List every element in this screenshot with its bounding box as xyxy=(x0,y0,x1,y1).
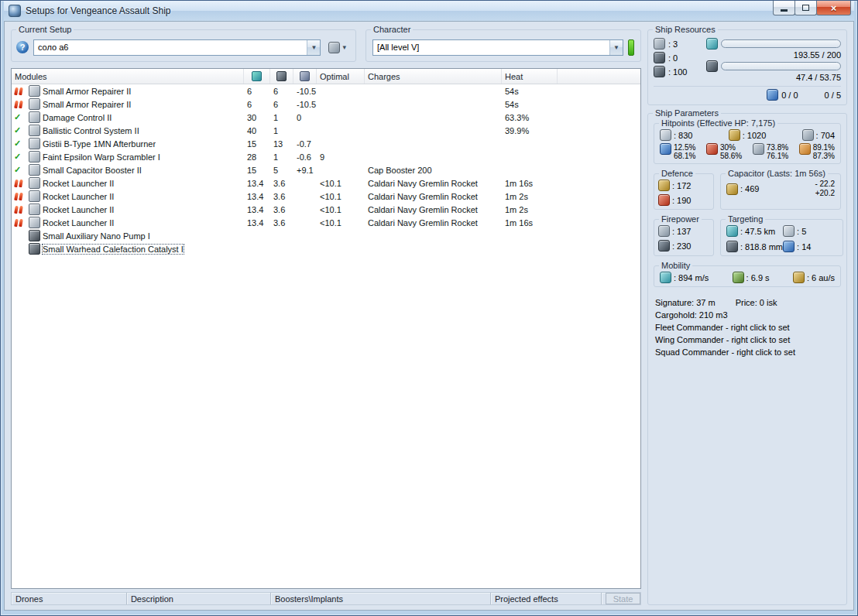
table-row[interactable]: Small Warhead Calefaction Catalyst I xyxy=(12,242,640,255)
app-icon xyxy=(9,5,21,17)
module-optimal xyxy=(317,98,365,111)
ship-resources-label: Ship Resources xyxy=(653,25,718,34)
module-cpu: 13.4 xyxy=(244,216,270,229)
sensor-strength-value: : 14 xyxy=(797,242,811,252)
explosive-shield-resist: 89.1% xyxy=(813,143,835,152)
module-heat: 1m 2s xyxy=(502,190,558,203)
module-optimal xyxy=(317,137,365,150)
module-cap-use xyxy=(293,203,317,216)
hitpoints-box: Hitpoints (Effective HP: 7,175) : 830 : … xyxy=(654,123,841,164)
close-button[interactable]: × xyxy=(816,1,851,15)
table-row[interactable]: Gistii B-Type 1MN Afterburner 15 13 -0.7 xyxy=(12,137,640,150)
explosive-resist-icon xyxy=(799,143,811,155)
module-cpu: 15 xyxy=(244,163,270,176)
table-row[interactable]: Rocket Launcher II 13.4 3.6 <10.1 Caldar… xyxy=(12,176,640,190)
cpu-column-icon xyxy=(252,71,262,81)
module-charge: Caldari Navy Gremlin Rocket xyxy=(365,190,502,203)
module-powergrid: 1 xyxy=(270,150,293,163)
setup-select[interactable]: соло а6 ▼ xyxy=(33,39,321,56)
missile-icon xyxy=(658,225,670,237)
module-heat: 1m 16s xyxy=(502,216,558,229)
module-powergrid: 3.6 xyxy=(270,190,293,203)
defence-box: Defence : 172 : 190 xyxy=(654,173,714,210)
launcher-hardpoints: : 0 xyxy=(654,52,700,63)
table-row[interactable]: Rocket Launcher II 13.4 3.6 <10.1 Caldar… xyxy=(12,190,640,203)
chevron-down-icon[interactable]: ▼ xyxy=(609,40,623,55)
table-row[interactable]: Small Armor Repairer II 6 6 -10.5 54s xyxy=(12,98,640,111)
help-icon[interactable]: ? xyxy=(16,41,29,53)
module-name: Small Auxiliary Nano Pump I xyxy=(43,231,150,241)
kinetic-resist-icon xyxy=(753,143,764,155)
shield-hp-value: : 830 xyxy=(674,131,692,140)
module-name: Small Warhead Calefaction Catalyst I xyxy=(43,245,184,254)
overload-icon xyxy=(14,192,23,201)
table-row[interactable]: Small Auxiliary Nano Pump I xyxy=(12,229,640,242)
restore-button[interactable] xyxy=(795,1,817,15)
price: Price: 0 isk xyxy=(736,296,777,309)
active-check-icon xyxy=(14,139,23,149)
module-cap-use: 0 xyxy=(293,111,317,124)
titlebar[interactable]: Setups for Vengeance Assault Ship × xyxy=(4,1,854,21)
tab-description[interactable]: Description xyxy=(127,593,271,604)
launcher-hardpoint-icon xyxy=(654,52,665,63)
max-targets-icon xyxy=(783,225,795,237)
module-icon xyxy=(29,204,40,215)
module-state-icon xyxy=(14,245,23,254)
tab-boosters-implants[interactable]: Boosters\Implants xyxy=(271,593,491,604)
module-charge xyxy=(365,242,502,255)
defence-reinforced: : 172 xyxy=(658,180,709,191)
module-charge: Caldari Navy Gremlin Rocket xyxy=(365,176,502,190)
table-row[interactable]: Rocket Launcher II 13.4 3.6 <10.1 Caldar… xyxy=(12,216,640,229)
module-name: Small Armor Repairer II xyxy=(43,87,131,96)
scan-resolution: : 818.8 mm xyxy=(726,241,783,252)
close-icon: × xyxy=(831,3,837,13)
capacitor-column-icon xyxy=(300,71,310,81)
character-status-bar xyxy=(628,39,634,56)
overload-icon xyxy=(14,87,23,96)
column-powergrid xyxy=(270,69,293,84)
em-shield-resist: 12.5% xyxy=(674,143,695,152)
table-row[interactable]: Faint Epsilon Warp Scrambler I 28 1 -0.6… xyxy=(12,150,640,163)
chevron-down-icon: ▾ xyxy=(342,43,346,51)
cpu-bar xyxy=(721,39,841,48)
explosive-armor-resist: 87.3% xyxy=(813,152,835,160)
module-cap-use xyxy=(293,190,317,203)
module-heat xyxy=(502,163,558,176)
module-optimal: <10.1 xyxy=(317,216,365,229)
ship-resources-panel: Ship Resources : 3 : 0 xyxy=(647,29,847,105)
module-charge xyxy=(365,111,502,124)
wing-commander[interactable]: Wing Commander - right click to set xyxy=(655,334,839,346)
fleet-commander[interactable]: Fleet Commander - right click to set xyxy=(655,321,839,334)
sensor-strength: : 14 xyxy=(783,241,837,252)
tab-drones[interactable]: Drones xyxy=(12,593,127,604)
thermal-armor-resist: 58.6% xyxy=(720,152,742,160)
max-velocity-value: : 894 m/s xyxy=(674,273,709,282)
module-icon xyxy=(29,125,40,136)
table-row[interactable]: Small Armor Repairer II 6 6 -10.5 54s xyxy=(12,84,640,98)
module-cpu xyxy=(244,242,270,255)
tab-projected-effects[interactable]: Projected effects xyxy=(491,593,602,604)
targeting-label: Targeting xyxy=(726,214,765,224)
capacitor-drain-value: - 22.2 xyxy=(815,180,835,189)
setup-tools-button[interactable]: ▾ xyxy=(325,40,349,55)
scan-resolution-value: : 818.8 mm xyxy=(740,242,783,252)
active-check-icon xyxy=(14,113,23,122)
table-row[interactable]: Small Capacitor Booster II 15 5 +9.1 Cap… xyxy=(12,163,640,176)
table-row[interactable]: Damage Control II 30 1 0 63.3% xyxy=(12,111,640,124)
module-cpu: 13.4 xyxy=(244,176,270,190)
em-resist-icon xyxy=(660,143,671,155)
em-resists: 12.5% 68.1% xyxy=(660,143,695,160)
module-cap-use: -0.6 xyxy=(293,150,317,163)
squad-commander[interactable]: Squad Commander - right click to set xyxy=(655,346,839,358)
module-heat: 39.9% xyxy=(502,124,558,137)
sensor-strength-icon xyxy=(783,241,795,252)
modules-table-header: Modules Optimal Charges Heat xyxy=(12,69,640,84)
chevron-down-icon[interactable]: ▼ xyxy=(307,40,320,55)
table-row[interactable]: Ballistic Control System II 40 1 39.9% xyxy=(12,124,640,137)
powergrid-usage-text: 47.4 / 53.75 xyxy=(706,72,841,83)
calibration: : 100 xyxy=(654,66,700,77)
table-row[interactable]: Rocket Launcher II 13.4 3.6 <10.1 Caldar… xyxy=(12,203,640,216)
module-cap-use xyxy=(293,216,317,229)
character-select[interactable]: [All level V] ▼ xyxy=(372,39,623,56)
minimize-button[interactable] xyxy=(773,1,795,15)
